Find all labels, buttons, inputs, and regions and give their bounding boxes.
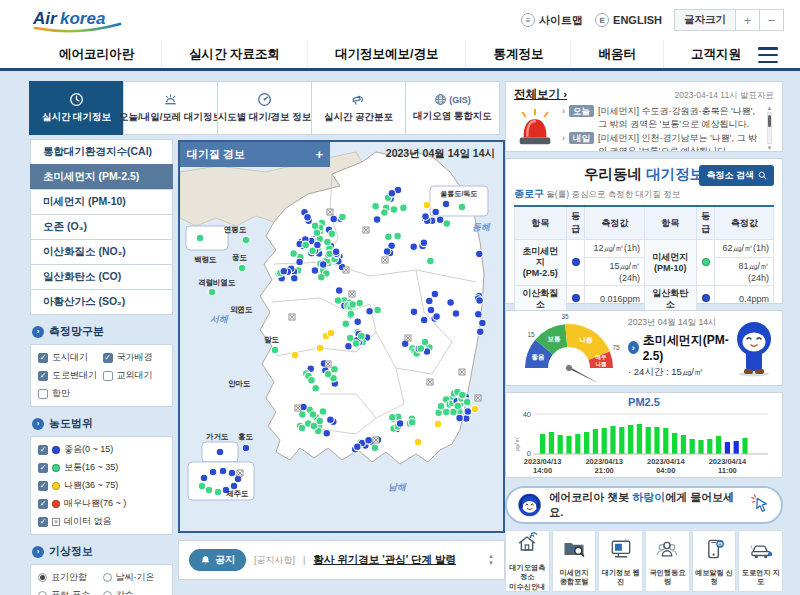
station-dot[interactable] — [238, 264, 246, 272]
nodata-station-marker[interactable] — [295, 405, 301, 411]
station-dot[interactable] — [291, 351, 299, 359]
nodata-station-marker[interactable] — [327, 209, 333, 215]
nav-item-3[interactable]: 통계정보 — [465, 40, 570, 68]
nodata-station-marker[interactable] — [349, 291, 355, 297]
english-button[interactable]: E ENGLISH — [595, 13, 662, 27]
station-dot[interactable] — [390, 206, 398, 214]
station-dot[interactable] — [479, 319, 487, 327]
station-dot[interactable] — [366, 308, 374, 316]
station-dot[interactable] — [400, 204, 408, 212]
station-dot[interactable] — [476, 297, 484, 305]
notice-prev-next-buttons[interactable]: ▲▼ — [488, 553, 494, 567]
station-dot[interactable] — [316, 344, 324, 352]
station-dot[interactable] — [313, 229, 321, 237]
nav-item-2[interactable]: 대기정보예보/경보 — [307, 40, 465, 68]
station-dot[interactable] — [302, 241, 310, 249]
station-dot[interactable] — [464, 408, 472, 416]
range-option[interactable]: ✓좋음(0 ~ 15) — [38, 443, 165, 456]
station-dot[interactable] — [396, 420, 404, 428]
station-dot[interactable] — [323, 430, 331, 438]
station-dot[interactable] — [242, 444, 250, 452]
station-dot[interactable] — [458, 203, 466, 211]
quicklink-3[interactable]: 국민행동요령 — [645, 530, 690, 592]
fontsize-increase-button[interactable]: + — [735, 10, 759, 30]
station-dot[interactable] — [332, 248, 340, 256]
alerts-scrollbar[interactable]: ▲ ▼ — [765, 105, 774, 151]
network-option[interactable]: ✓도로변대기 — [38, 369, 101, 382]
station-dot[interactable] — [410, 243, 418, 251]
station-dot[interactable] — [365, 437, 373, 445]
station-dot[interactable] — [374, 306, 382, 314]
station-dot[interactable] — [214, 488, 222, 496]
range-option[interactable]: ✓×데이터 없음 — [38, 515, 165, 528]
station-dot[interactable] — [443, 220, 451, 228]
nodata-station-marker[interactable] — [325, 361, 331, 367]
station-dot[interactable] — [383, 248, 391, 256]
quicklink-1[interactable]: 미세먼지종합포털 — [552, 530, 597, 592]
nodata-station-marker[interactable] — [373, 437, 379, 443]
gauge-pollutant[interactable]: › 초미세먼지(PM-2.5) — [628, 332, 730, 363]
station-dot[interactable] — [356, 299, 364, 307]
tab-0[interactable]: 실시간 대기정보 — [29, 81, 124, 135]
station-dot[interactable] — [394, 232, 402, 240]
station-dot[interactable] — [327, 329, 335, 337]
quicklink-5[interactable]: 도로먼지 지도 — [738, 530, 783, 592]
nav-item-1[interactable]: 실시간 자료조회 — [161, 40, 307, 68]
station-dot[interactable] — [385, 233, 393, 241]
station-dot[interactable] — [200, 474, 208, 482]
station-dot[interactable] — [339, 213, 347, 221]
station-dot[interactable] — [420, 316, 428, 324]
station-dot[interactable] — [372, 203, 380, 211]
station-dot[interactable] — [345, 342, 353, 350]
station-dot[interactable] — [271, 346, 279, 354]
hamburger-menu-icon[interactable] — [758, 47, 778, 63]
station-dot[interactable] — [352, 340, 360, 348]
station-dot[interactable] — [308, 377, 316, 385]
scroll-track[interactable] — [767, 112, 772, 144]
map-canvas[interactable]: 울릉도/독도 연평도백령도풍도격렬비열도외연도말도안마도가거도홍도제주도서해남해… — [180, 142, 503, 531]
station-dot[interactable] — [304, 214, 312, 222]
station-dot[interactable] — [327, 416, 335, 424]
station-dot[interactable] — [318, 274, 326, 282]
sidebar-item-pollutant-0[interactable]: 통합대기환경지수(CAI) — [30, 139, 173, 165]
station-dot[interactable] — [319, 261, 327, 269]
tab-2[interactable]: 시도별 대기/경보 정보 — [217, 81, 312, 135]
nodata-station-marker[interactable] — [427, 379, 433, 385]
station-dot[interactable] — [471, 405, 479, 413]
station-dot[interactable] — [324, 370, 332, 378]
station-dot[interactable] — [456, 414, 464, 422]
chatbot-banner[interactable]: 에어코리아 챗봇 하랑이에게 물어보세요. — [505, 486, 783, 524]
scroll-thumb[interactable] — [768, 115, 771, 127]
network-option[interactable]: ✓국가배경 — [103, 351, 166, 364]
station-dot[interactable] — [434, 420, 442, 428]
tab-4[interactable]: (GIS)대기오염 통합지도 — [405, 81, 500, 135]
weather-option[interactable]: 풍향·풍속 — [38, 589, 101, 595]
station-dot[interactable] — [442, 200, 450, 208]
station-dot[interactable] — [311, 222, 319, 230]
station-dot[interactable] — [324, 238, 332, 246]
sidebar-item-pollutant-4[interactable]: 이산화질소 (NO₂) — [30, 239, 173, 265]
range-option[interactable]: ✓나쁨(36 ~ 75) — [38, 479, 165, 492]
station-dot[interactable] — [330, 215, 338, 223]
tab-1[interactable]: 오늘/내일/모레 대기정보 — [123, 81, 218, 135]
quicklink-2[interactable]: 대기정보 웹진 — [598, 530, 643, 592]
station-dot[interactable] — [198, 482, 206, 490]
station-dot[interactable] — [309, 411, 317, 419]
nodata-station-marker[interactable] — [343, 267, 349, 273]
station-dot[interactable] — [209, 468, 217, 476]
station-dot[interactable] — [314, 241, 322, 249]
notice-pill-button[interactable]: 공지 — [189, 549, 246, 571]
station-dot[interactable] — [312, 385, 320, 393]
station-dot[interactable] — [205, 486, 213, 494]
station-dot[interactable] — [459, 391, 467, 399]
station-dot[interactable] — [219, 467, 227, 475]
nodata-station-marker[interactable] — [382, 257, 388, 263]
station-dot[interactable] — [242, 236, 250, 244]
station-dot[interactable] — [298, 424, 306, 432]
station-dot[interactable] — [342, 320, 350, 328]
station-dot[interactable] — [431, 290, 439, 298]
station-dot[interactable] — [410, 308, 418, 316]
nodata-station-marker[interactable] — [237, 470, 243, 476]
station-dot[interactable] — [373, 216, 381, 224]
map-expand-button[interactable]: + — [315, 147, 323, 162]
